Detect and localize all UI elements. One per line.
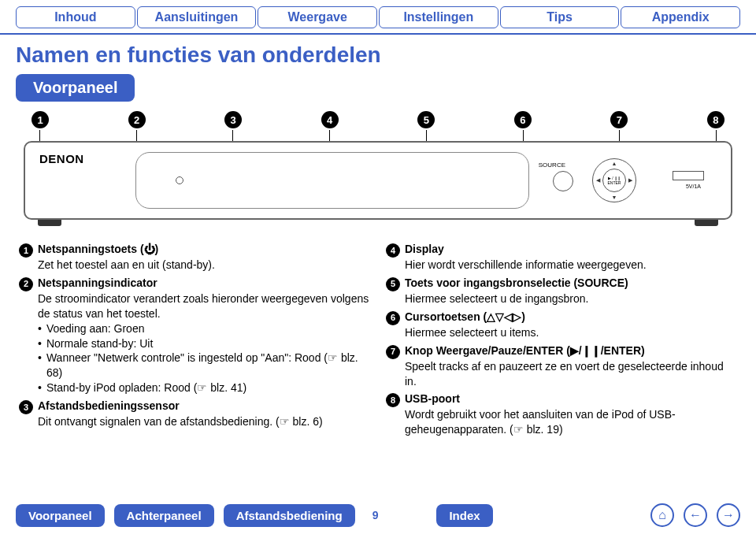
top-tabs: Inhoud Aansluitingen Weergave Instelling…: [0, 0, 756, 35]
callout-8: 8: [707, 111, 724, 128]
callout-4: 4: [321, 111, 339, 128]
chevron-right-icon: ▶: [628, 177, 632, 184]
tab-tips[interactable]: Tips: [500, 6, 620, 28]
source-label: SOURCE: [539, 161, 565, 169]
badge-1: 1: [19, 243, 33, 258]
home-icon[interactable]: ⌂: [650, 503, 674, 527]
cursor-enter-dial-icon: ▲ ▼ ◀ ▶ ▶ / ❙❙ ENTER: [592, 158, 636, 202]
chevron-left-icon: ◀: [596, 177, 600, 184]
badge-8: 8: [386, 393, 400, 407]
brand-logo: DENON: [39, 152, 84, 165]
usb-port-icon: [673, 171, 704, 180]
badge-5: 5: [386, 277, 400, 291]
item-7-title: Knop Weergave/Pauze/ENTER (▶/❙❙/ENTER): [405, 344, 645, 357]
item-2-bullet-3: Stand-by iPod opladen: Rood (☞ blz. 41): [46, 380, 246, 395]
callout-5: 5: [417, 111, 435, 128]
usb-power-label: 5V/1A: [686, 184, 701, 189]
callout-7: 7: [610, 111, 628, 128]
item-6-body: Hiermee selecteert u items.: [405, 325, 737, 340]
tab-weergave[interactable]: Weergave: [258, 6, 377, 28]
power-indicator-icon: [176, 176, 183, 184]
item-3-body: Dit ontvangt signalen van de afstandsbed…: [38, 414, 370, 429]
callout-3: 3: [224, 111, 242, 128]
section-label-voorpaneel: Voorpaneel: [16, 74, 135, 102]
item-5-title: Toets voor ingangsbronselectie (SOURCE): [405, 276, 628, 289]
item-7-body: Speelt tracks af en pauzeert ze en voert…: [405, 359, 737, 389]
item-3-title: Afstandsbedieningssensor: [38, 399, 180, 412]
badge-3: 3: [19, 400, 33, 414]
item-2-bullet-2: Wanneer "Netwerk controle" is ingesteld …: [46, 351, 370, 380]
item-8-body: Wordt gebruikt voor het aansluiten van d…: [405, 407, 737, 437]
source-dial-icon: [553, 171, 573, 191]
item-2-title: Netspanningsindicator: [38, 276, 158, 289]
tab-aansluitingen[interactable]: Aansluitingen: [137, 6, 257, 28]
badge-4: 4: [386, 243, 400, 258]
chevron-up-icon: ▲: [612, 161, 617, 166]
badge-2: 2: [19, 277, 33, 291]
callout-6: 6: [514, 111, 532, 128]
device-feet: [38, 220, 718, 226]
item-1-body: Zet het toestel aan en uit (stand-by).: [38, 258, 370, 273]
enter-center-label: ▶ / ❙❙ ENTER: [602, 169, 626, 192]
tab-inhoud[interactable]: Inhoud: [16, 6, 135, 28]
chevron-down-icon: ▼: [612, 195, 617, 200]
device-display-window: [135, 152, 529, 209]
footer-index-button[interactable]: Index: [436, 504, 492, 527]
footer-nav: Voorpaneel Achterpaneel Afstandsbedienin…: [16, 503, 740, 527]
item-4-body: Hier wordt verschillende informatie weer…: [405, 258, 737, 273]
tab-instellingen[interactable]: Instellingen: [379, 6, 498, 28]
page-number: 9: [372, 509, 379, 521]
tab-appendix[interactable]: Appendix: [621, 6, 740, 28]
item-2-bullet-1: Normale stand-by: Uit: [46, 336, 153, 351]
item-8-title: USB-poort: [405, 392, 460, 405]
callout-lines: [0, 130, 756, 141]
callout-2: 2: [128, 111, 146, 128]
description-column-right: 4 Display Hier wordt verschillende infor…: [386, 239, 737, 437]
footer-achterpaneel-button[interactable]: Achterpaneel: [114, 504, 214, 527]
item-6-title: Cursortoetsen (△▽◁▷): [405, 310, 525, 323]
badge-7: 7: [386, 345, 400, 359]
next-page-icon[interactable]: →: [717, 503, 740, 527]
prev-page-icon[interactable]: ←: [684, 503, 707, 527]
footer-voorpaneel-button[interactable]: Voorpaneel: [16, 504, 105, 527]
item-2-bullet-0: Voeding aan: Groen: [46, 321, 145, 336]
description-column-left: 1 Netspanningstoets (⏻) Zet het toestel …: [19, 239, 370, 437]
item-5-body: Hiermee selecteert u de ingangsbron.: [405, 291, 737, 306]
item-4-title: Display: [405, 243, 444, 255]
item-1-title: Netspanningstoets (⏻): [38, 243, 158, 255]
callout-1: 1: [32, 111, 49, 128]
badge-6: 6: [386, 311, 400, 325]
page-title: Namen en functies van onderdelen: [0, 35, 756, 74]
footer-afstandsbediening-button[interactable]: Afstandsbediening: [224, 504, 355, 527]
device-front-panel: DENON SOURCE ▲ ▼ ◀ ▶ ▶ / ❙❙ ENTER 5V/1A: [24, 141, 732, 220]
device-callout-row: 1 2 3 4 5 6 7 8: [0, 108, 756, 130]
item-2-body: De stroomindicator verandert zoals hiero…: [38, 291, 370, 321]
